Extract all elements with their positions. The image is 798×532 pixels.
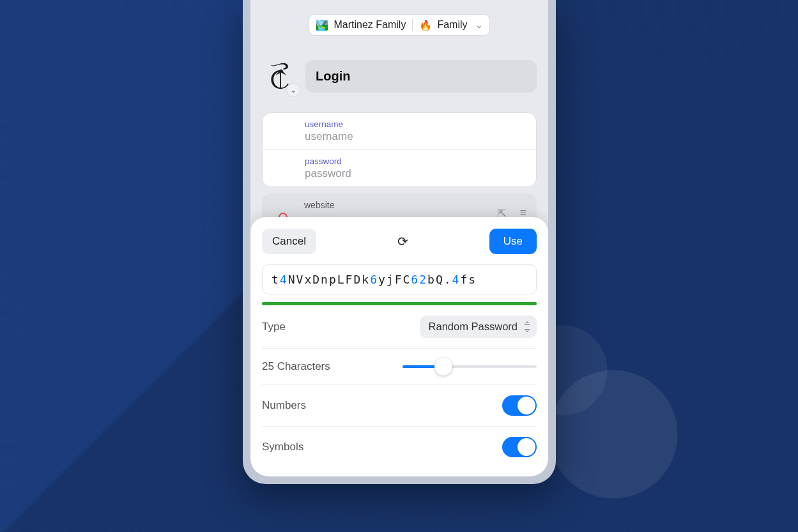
username-field[interactable]: username username — [263, 113, 536, 150]
vault-primary-icon: 🏞️ — [316, 19, 328, 31]
length-row: 25 Characters — [262, 349, 537, 385]
site-icon[interactable]: ⌄ — [262, 57, 299, 95]
vault-primary[interactable]: 🏞️ Martinez Family — [316, 19, 406, 31]
vault-secondary-label: Family — [437, 19, 467, 31]
length-slider[interactable] — [403, 359, 537, 374]
symbols-label: Symbols — [262, 441, 303, 453]
symbols-toggle[interactable] — [502, 437, 537, 457]
phone-frame: 🏞️ Martinez Family 🔥 Family ⌄ ⌄ — [243, 0, 556, 484]
vault-secondary[interactable]: 🔥 Family ⌄ — [419, 19, 482, 31]
type-label: Type — [262, 321, 286, 333]
password-label: password — [305, 156, 526, 166]
updown-icon: ⌃⌄ — [524, 322, 530, 332]
numbers-toggle[interactable] — [502, 395, 537, 416]
vault-selector[interactable]: 🏞️ Martinez Family 🔥 Family ⌄ — [309, 14, 489, 36]
slider-thumb[interactable] — [434, 358, 452, 376]
symbols-row: Symbols — [262, 427, 537, 467]
site-icon-dropdown[interactable]: ⌄ — [286, 83, 300, 97]
item-title-field[interactable]: Login — [305, 60, 537, 93]
vault-divider — [412, 19, 413, 31]
type-value: Random Password — [429, 321, 518, 332]
cancel-button[interactable]: Cancel — [262, 229, 316, 254]
password-value: password — [305, 167, 526, 180]
username-label: username — [305, 119, 526, 129]
length-label: 25 Characters — [262, 360, 330, 373]
username-value: username — [305, 130, 526, 143]
regenerate-button[interactable]: ⟳ — [397, 234, 408, 249]
chevron-down-icon: ⌄ — [475, 20, 483, 30]
vault-selector-row: 🏞️ Martinez Family 🔥 Family ⌄ — [250, 14, 548, 36]
password-field[interactable]: password password — [263, 150, 536, 186]
vault-secondary-icon: 🔥 — [419, 19, 432, 31]
numbers-label: Numbers — [262, 399, 306, 412]
item-header: ⌄ Login — [262, 57, 537, 95]
refresh-icon: ⟳ — [397, 234, 408, 249]
screen: 🏞️ Martinez Family 🔥 Family ⌄ ⌄ — [250, 0, 548, 476]
chevron-down-icon: ⌄ — [290, 86, 296, 95]
password-generator-sheet: Cancel ⟳ Use t4NVxDnpLFDk6yjFC62bQ.4fs T… — [250, 217, 548, 476]
numbers-row: Numbers — [262, 385, 537, 427]
type-select[interactable]: Random Password ⌃⌄ — [420, 315, 537, 338]
vault-primary-label: Martinez Family — [334, 19, 406, 31]
website-label: website — [304, 200, 526, 210]
use-button[interactable]: Use — [489, 229, 537, 254]
item-title: Login — [316, 69, 526, 84]
type-row: Type Random Password ⌃⌄ — [262, 305, 537, 349]
generated-password[interactable]: t4NVxDnpLFDk6yjFC62bQ.4fs — [262, 264, 537, 294]
credentials-list: username username password password — [262, 112, 537, 187]
